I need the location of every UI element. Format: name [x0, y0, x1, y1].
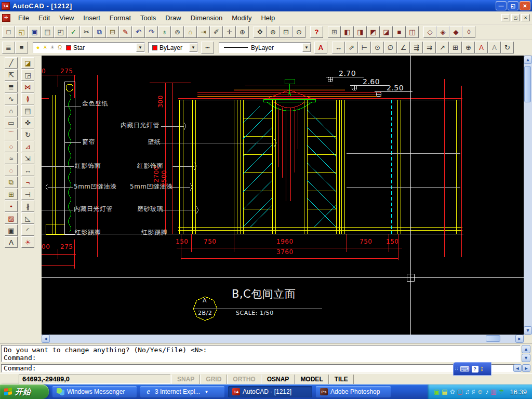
drawing-canvas[interactable]: 0275金色壁纸窗帘红影饰面5mm凹缝油漆内藏日光灯管红影踢脚内藏日光灯管壁纸红… — [42, 56, 524, 335]
menu-tools[interactable]: Tools — [136, 12, 161, 23]
command-scroll-right-button[interactable]: ► — [522, 364, 530, 372]
tray-icon-scanner[interactable]: ▣ — [434, 389, 440, 395]
view-bottom-button[interactable]: ◨ — [354, 26, 367, 38]
doc-close-button[interactable]: ✕ — [521, 14, 530, 21]
status-toggle-osnap[interactable]: OSNAP — [261, 375, 295, 384]
tray-icon-user[interactable]: ☺ — [477, 389, 483, 395]
menu-draw[interactable]: Draw — [161, 12, 185, 23]
view-right-button[interactable]: ◪ — [380, 26, 393, 38]
tray-icon-chart[interactable]: ▥ — [490, 389, 496, 395]
start-button[interactable]: 开始 — [0, 384, 49, 399]
tray-icon-volume[interactable]: ♪ — [485, 389, 488, 395]
vertical-scroll-thumb[interactable] — [524, 66, 531, 102]
dim-diameter-button[interactable]: ∅ — [384, 42, 397, 54]
copy-button[interactable]: ⧉ — [93, 26, 106, 38]
task-group-chevron-icon[interactable]: ▼ — [204, 390, 208, 394]
lengthen-button[interactable]: ↔ — [21, 165, 34, 176]
undo-button[interactable]: ↶ — [132, 26, 145, 38]
status-toggle-snap[interactable]: SNAP — [171, 375, 200, 384]
horizontal-scrollbar[interactable]: ◄ ► — [42, 335, 524, 343]
region-button[interactable]: ▣ — [5, 224, 18, 236]
point-filter-button[interactable]: ✛ — [223, 26, 236, 38]
zoom-realtime-button[interactable]: ⊕ — [267, 26, 280, 38]
color-combo[interactable]: ByLayer ▼ — [148, 42, 198, 53]
insert-block-button[interactable]: ⧉ — [5, 177, 18, 188]
move-button[interactable]: ✜ — [21, 117, 34, 128]
point-button[interactable]: • — [5, 201, 18, 212]
ne-isometric-button[interactable]: ◆ — [449, 26, 462, 38]
paste-button[interactable]: ⊟ — [106, 26, 119, 38]
spline-button[interactable]: ≈ — [5, 153, 18, 164]
block-tools-button[interactable]: ⌂ — [184, 26, 197, 38]
tray-icon-network[interactable]: ♯ — [472, 389, 475, 395]
object-properties-button[interactable]: A — [314, 42, 327, 54]
dim-update-button[interactable]: ↻ — [501, 42, 514, 54]
dim-ordinate-button[interactable]: ⊢ — [358, 42, 371, 54]
status-toggle-ortho[interactable]: ORTHO — [227, 375, 261, 384]
menu-dimension[interactable]: Dimension — [186, 12, 227, 23]
array-button[interactable]: ▤ — [21, 105, 34, 116]
stretch-button[interactable]: ⇲ — [21, 153, 34, 164]
vertical-scrollbar[interactable]: ▲ ▼ — [524, 56, 532, 335]
sw-isometric-button[interactable]: ◇ — [423, 26, 436, 38]
ime-min-down-arrow[interactable]: ▼ — [481, 369, 484, 372]
layer-combo[interactable]: ●☀☀Ω Star ▼ — [33, 42, 145, 53]
status-toggle-model[interactable]: MODEL — [295, 375, 328, 384]
rectangle-button[interactable]: ▭ — [5, 117, 18, 128]
menu-help[interactable]: Help — [256, 12, 280, 23]
ellipse-button[interactable]: ◌ — [5, 165, 18, 176]
explode-button[interactable]: ☀ — [21, 236, 34, 248]
menu-insert[interactable]: Insert — [78, 12, 105, 23]
doc-restore-button[interactable]: ◰ — [511, 14, 520, 21]
ime-help-icon[interactable]: ? — [472, 366, 478, 373]
task-internet-explorer[interactable]: e 3 Internet Expl... ▼ — [140, 386, 224, 397]
layer-freeze-icon[interactable]: ☀ — [42, 44, 48, 51]
arc-button[interactable]: ⌒ — [5, 129, 18, 140]
scroll-right-button[interactable]: ► — [515, 335, 524, 343]
sketch-button[interactable]: ✐ — [210, 26, 223, 38]
command-scrollbar[interactable]: ▲ ▼ — [522, 345, 530, 363]
ime-toolbar[interactable]: ∷ ⌨ ? ▲ ▼ — [453, 362, 491, 376]
internet-tools-button[interactable]: ♁ — [158, 26, 171, 38]
close-button[interactable]: ✕ — [520, 1, 530, 10]
save-button[interactable]: ▣ — [28, 26, 41, 38]
cut-button[interactable]: ✂ — [80, 26, 93, 38]
view-back-button[interactable]: ◫ — [406, 26, 419, 38]
view-left-button[interactable]: ◩ — [367, 26, 380, 38]
layer-control-button[interactable]: ≡ — [15, 42, 28, 54]
open-button[interactable]: ◱ — [15, 26, 28, 38]
dim-linear-button[interactable]: ↔ — [332, 42, 345, 54]
horizontal-scroll-thumb[interactable] — [486, 335, 500, 342]
extend-button[interactable]: ⊣ — [21, 189, 34, 200]
make-block-button[interactable]: ⊞ — [5, 189, 18, 200]
scroll-left-button[interactable]: ◄ — [42, 335, 50, 343]
redo-button[interactable]: ↷ — [145, 26, 158, 38]
fillet-button[interactable]: ◜ — [21, 224, 34, 236]
command-scroll-left-button[interactable]: ◄ — [513, 364, 522, 372]
trim-button[interactable]: ¬ — [21, 177, 34, 188]
scroll-down-button[interactable]: ▼ — [524, 326, 532, 335]
menu-edit[interactable]: Edit — [34, 12, 55, 23]
coordinates-display[interactable]: 64693,-29489,0 — [19, 375, 170, 384]
print-preview-button[interactable]: ◰ — [54, 26, 67, 38]
color-dropdown-arrow[interactable]: ▼ — [189, 43, 197, 52]
dim-aligned-button[interactable]: ⇗ — [345, 42, 358, 54]
se-isometric-button[interactable]: ◈ — [436, 26, 449, 38]
construction-line-button[interactable]: ⇱ — [5, 69, 18, 81]
linetype-dialog-button[interactable]: ┅ — [201, 42, 214, 54]
hatch-button[interactable]: ▨ — [5, 212, 18, 224]
object-snap-button[interactable]: ⊚ — [171, 26, 184, 38]
menu-file[interactable]: File — [14, 12, 34, 23]
dim-edit-button[interactable]: Α — [475, 42, 488, 54]
doc-minimize-button[interactable]: — — [501, 14, 510, 21]
task-windows-messenger[interactable]: Windows Messenger — [52, 386, 137, 397]
mirror-button[interactable]: ⋈ — [21, 81, 34, 92]
offset-button[interactable]: ≬ — [21, 93, 34, 104]
distance-button[interactable]: ⇥ — [197, 26, 210, 38]
ime-grip-handle[interactable]: ∷ — [455, 366, 458, 371]
erase-button[interactable]: ◪ — [21, 57, 34, 69]
tray-icon-printer[interactable]: ▤ — [442, 389, 447, 395]
dim-baseline-button[interactable]: ⇶ — [410, 42, 423, 54]
layer-dropdown-arrow[interactable]: ▼ — [136, 43, 144, 52]
dim-leader-button[interactable]: ↗ — [436, 42, 449, 54]
